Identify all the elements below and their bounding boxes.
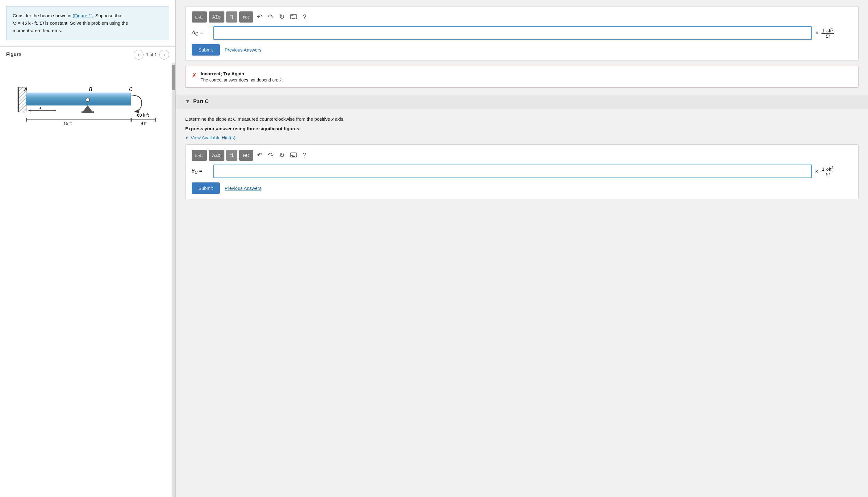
beam-diagram: A B C x 15 ft 9 ft (14, 72, 162, 143)
part-c-help-button[interactable]: ? (301, 150, 308, 160)
left-panel: Consider the beam shown in (Figure 1). S… (0, 0, 176, 497)
part-c-undo-button[interactable]: ↶ (255, 150, 264, 160)
part-b-equation-label: ΔC = (192, 30, 210, 37)
svg-rect-22 (291, 17, 292, 17)
x-label: x (39, 105, 42, 110)
figure-count: 1 of 1 (146, 52, 157, 57)
scrollbar[interactable] (172, 63, 175, 497)
part-c-arrows-icon: ⇅ (230, 153, 234, 158)
redo-button[interactable]: ↷ (266, 12, 275, 22)
part-b-answer-box: □√□ ΑΣφ ⇅ vec ↶ ↷ ↻ (185, 6, 859, 61)
part-c-toolbar: □√□ ΑΣφ ⇅ vec ↶ ↷ ↻ (192, 150, 852, 161)
label-b: B (89, 87, 92, 92)
svg-marker-9 (28, 110, 31, 111)
svg-marker-4 (83, 105, 92, 111)
svg-rect-30 (294, 154, 294, 154)
part-c-answer-input[interactable] (213, 165, 812, 178)
svg-rect-20 (294, 15, 294, 16)
figure-nav: ‹ 1 of 1 › (134, 50, 169, 60)
svg-rect-35 (295, 155, 295, 156)
alpha-sigma-button[interactable]: ΑΣφ (209, 11, 224, 23)
help-button[interactable]: ? (301, 12, 308, 22)
part-c-body: Determine the slope at C measured counte… (185, 115, 859, 199)
error-title: Incorrect; Try Again (201, 71, 283, 76)
svg-rect-33 (292, 155, 293, 156)
part-b-multiply: × (815, 30, 818, 37)
part-c-refresh-button[interactable]: ↻ (277, 150, 286, 160)
svg-rect-19 (292, 15, 293, 16)
next-figure-button[interactable]: › (159, 50, 169, 60)
part-c-vec-button[interactable]: vec (239, 150, 253, 161)
part-c-unit: 1 k·ft2 EI (821, 166, 852, 177)
part-c-description: Determine the slope at C measured counte… (185, 115, 859, 123)
part-c-alpha-sigma-button[interactable]: ΑΣφ (209, 150, 224, 161)
svg-rect-32 (291, 155, 292, 156)
problem-text-line2: . Suppose that (93, 13, 123, 18)
part-b-submit-row: Submit Previous Answers (192, 44, 852, 56)
part-b-toolbar: □√□ ΑΣφ ⇅ vec ↶ ↷ ↻ (192, 11, 852, 23)
scroll-thumb[interactable] (172, 65, 175, 90)
svg-rect-25 (295, 17, 295, 17)
prev-figure-button[interactable]: ‹ (134, 50, 144, 60)
hint-arrow-icon: ► (185, 136, 189, 140)
part-c-arrows-button[interactable]: ⇅ (226, 150, 237, 161)
part-c-collapse-arrow[interactable]: ▼ (185, 99, 190, 104)
part-b-input-row: ΔC = × 1 k·ft3 EI (192, 26, 852, 40)
svg-rect-3 (26, 93, 131, 105)
part-c-input-row: θC = × 1 k·ft2 EI (192, 165, 852, 178)
hint-label: View Available Hint(s) (191, 135, 236, 140)
part-c-matrix-button[interactable]: □√□ (192, 150, 207, 161)
svg-rect-5 (82, 111, 94, 113)
matrix-button[interactable]: □√□ (192, 11, 207, 23)
svg-point-6 (86, 98, 89, 102)
svg-rect-36 (292, 156, 295, 157)
svg-rect-29 (292, 154, 293, 154)
problem-text-line3: M = 45 k · ft. EI is constant. Solve thi… (13, 20, 128, 26)
svg-rect-31 (295, 154, 295, 154)
vec-button[interactable]: vec (239, 11, 253, 23)
label-a: A (24, 87, 27, 92)
part-c-redo-button[interactable]: ↷ (266, 150, 275, 160)
svg-rect-28 (291, 154, 292, 154)
part-c-multiply: × (815, 168, 818, 175)
part-c-vec-icon: vec (243, 153, 250, 158)
error-msg: The correct answer does not depend on: k… (201, 77, 283, 82)
svg-marker-10 (54, 110, 56, 111)
matrix-icon: □√□ (195, 15, 203, 19)
part-c-prev-answers-link[interactable]: Previous Answers (225, 186, 261, 191)
svg-rect-23 (292, 17, 293, 17)
right-panel: □√□ ΑΣφ ⇅ vec ↶ ↷ ↻ (176, 0, 868, 497)
svg-rect-26 (292, 18, 295, 18)
part-c-answer-box: □√□ ΑΣφ ⇅ vec ↶ ↷ ↻ (185, 144, 859, 199)
figure-area: A B C x 15 ft 9 ft (0, 63, 175, 497)
vec-icon: vec (243, 15, 250, 19)
hint-link[interactable]: ► View Available Hint(s) (185, 135, 859, 140)
part-c-submit-row: Submit Previous Answers (192, 182, 852, 194)
part-c-submit-button[interactable]: Submit (192, 182, 220, 194)
error-box: ✗ Incorrect; Try Again The correct answe… (185, 66, 859, 88)
svg-rect-18 (291, 15, 292, 16)
svg-rect-24 (294, 17, 294, 17)
part-b-submit-button[interactable]: Submit (192, 44, 220, 56)
label-c: C (129, 87, 133, 92)
part-b-answer-input[interactable] (213, 26, 812, 40)
dim-15-label: 15 ft (63, 121, 72, 126)
moment-label: 60 k·ft (137, 113, 149, 118)
part-c-keyboard-button[interactable] (288, 150, 299, 160)
arrows-button[interactable]: ⇅ (226, 11, 237, 23)
keyboard-button[interactable] (288, 12, 299, 22)
figure-link[interactable]: (Figure 1) (73, 13, 93, 18)
undo-button[interactable]: ↶ (255, 12, 264, 22)
part-b-prev-answers-link[interactable]: Previous Answers (225, 47, 261, 53)
problem-text-line4: moment-area theorems. (13, 28, 62, 33)
arrows-icon: ⇅ (230, 14, 234, 20)
right-content: □√□ ΑΣφ ⇅ vec ↶ ↷ ↻ (176, 0, 868, 210)
part-c-title: Part C (193, 98, 209, 105)
dim-9-label: 9 ft (140, 121, 147, 126)
figure-title: Figure (6, 52, 134, 57)
alpha-sigma-icon: ΑΣφ (212, 15, 221, 19)
error-icon: ✗ (192, 72, 197, 79)
svg-rect-21 (295, 15, 295, 16)
refresh-button[interactable]: ↻ (277, 12, 286, 22)
part-c-alpha-sigma-icon: ΑΣφ (212, 153, 221, 158)
